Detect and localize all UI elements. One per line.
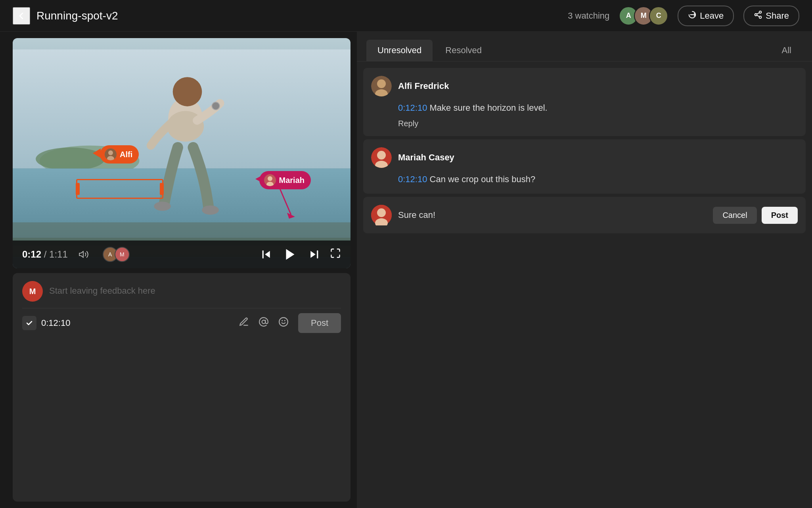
svg-point-0 [759, 11, 762, 13]
annotation-mariah: Mariah [259, 171, 311, 189]
alfi-arrow [93, 148, 105, 160]
header-right: 3 watching A M C Leave [568, 6, 799, 26]
timestamp-check: 0:12:10 [22, 316, 70, 330]
page-title: Running-spot-v2 [36, 10, 118, 22]
mariah-comment-content: Can we crop out this bush? [430, 174, 536, 184]
alfi-comment-body: 0:12:10 Make sure the horizon is level. … [398, 101, 798, 128]
reply-row: Sure can! Cancel Post [371, 205, 798, 225]
mariah-comment-body: 0:12:10 Can we crop out this bush? [398, 173, 798, 186]
selection-handle-left [76, 183, 80, 195]
volume-button[interactable] [76, 246, 92, 262]
svg-point-23 [268, 176, 272, 181]
reply-card: Sure can! Cancel Post [363, 197, 806, 233]
svg-marker-18 [93, 148, 101, 158]
svg-point-39 [377, 79, 386, 88]
play-button[interactable] [282, 246, 298, 262]
svg-point-17 [202, 206, 219, 215]
selection-handle-right [160, 183, 164, 195]
svg-point-2 [759, 16, 762, 18]
alfi-comment-timestamp[interactable]: 0:12:10 [398, 103, 427, 113]
alfi-reply-button[interactable]: Reply [398, 119, 418, 128]
selection-box [76, 179, 163, 199]
svg-point-34 [262, 320, 266, 324]
video-player[interactable]: Alfi Mariah [13, 38, 350, 268]
mariah-comment-text: 0:12:10 Can we crop out this bush? [398, 173, 798, 186]
comment-header-alfi: Alfi Fredrick [371, 76, 798, 96]
reply-text-content[interactable]: Sure can! [398, 210, 707, 220]
alfi-label: Alfi [120, 150, 132, 159]
reply-actions: Cancel Post [713, 207, 798, 224]
comment-input-area: M Start leaving feedback here 0:12:10 [13, 273, 350, 502]
control-avatar-2: M [115, 247, 130, 262]
tab-all[interactable]: All [771, 40, 802, 61]
svg-point-20 [108, 150, 113, 155]
share-button[interactable]: Share [743, 6, 799, 26]
tab-resolved[interactable]: Resolved [434, 40, 493, 61]
reply-user-avatar [371, 205, 392, 225]
watcher-avatar-3: C [649, 6, 668, 25]
main-layout: Alfi Mariah [0, 32, 812, 508]
person-icon [688, 10, 697, 21]
mariah-arrow [271, 187, 295, 219]
post-reply-button[interactable]: Post [762, 207, 798, 224]
comment-timestamp: 0:12:10 [41, 318, 70, 328]
mariah-comment-timestamp[interactable]: 0:12:10 [398, 174, 427, 184]
svg-marker-27 [255, 176, 261, 182]
comment-placeholder[interactable]: Start leaving feedback here [49, 281, 341, 296]
comment-tools: Post [239, 313, 341, 333]
comment-input-bottom: 0:12:10 [22, 308, 341, 333]
pen-tool-button[interactable] [239, 317, 249, 329]
current-time: 0:12 [22, 249, 41, 260]
alfi-avatar [371, 76, 392, 96]
comments-sidebar: Unresolved Resolved All Alfi Fredrick [357, 32, 812, 508]
comment-header-mariah: Mariah Casey [371, 147, 798, 168]
alfi-comment-content: Make sure the horizon is level. [430, 103, 548, 113]
tab-unresolved[interactable]: Unresolved [366, 40, 433, 61]
svg-marker-31 [286, 249, 295, 260]
back-button[interactable] [13, 7, 30, 25]
svg-point-1 [755, 13, 757, 16]
tab-bar: Unresolved Resolved All [357, 32, 812, 62]
comment-card-alfi: Alfi Fredrick 0:12:10 Make sure the hori… [363, 68, 806, 136]
svg-point-13 [173, 77, 202, 106]
svg-line-4 [757, 12, 759, 14]
alfi-comment-text: 0:12:10 Make sure the horizon is level. [398, 101, 798, 114]
fullscreen-button[interactable] [330, 248, 341, 262]
comment-user-avatar: M [22, 281, 43, 302]
svg-marker-32 [310, 251, 316, 258]
control-avatars: A M [103, 247, 130, 262]
mariah-pointer [255, 176, 263, 184]
post-button[interactable]: Post [298, 313, 341, 333]
watching-count: 3 watching [568, 11, 609, 21]
cancel-reply-button[interactable]: Cancel [713, 207, 756, 224]
mariah-label: Mariah [279, 176, 304, 185]
time-display: 0:12 / 1:11 [22, 249, 68, 260]
svg-marker-28 [79, 251, 83, 257]
svg-marker-29 [265, 251, 270, 258]
emoji-button[interactable] [278, 317, 289, 329]
timestamp-checkbox[interactable] [22, 316, 36, 330]
alfi-bubble-avatar [105, 148, 117, 160]
svg-point-45 [377, 208, 386, 217]
comment-input-top: M Start leaving feedback here [22, 281, 341, 302]
mention-button[interactable] [259, 317, 269, 329]
time-separator: / [41, 249, 49, 260]
skip-forward-button[interactable] [306, 246, 322, 262]
svg-line-25 [279, 187, 291, 215]
skip-back-button[interactable] [259, 246, 274, 262]
share-icon [754, 10, 762, 21]
svg-point-42 [377, 151, 386, 160]
svg-line-3 [757, 15, 759, 17]
alfi-bubble: Alfi [100, 145, 139, 164]
header: Running-spot-v2 3 watching A M C Leave [0, 0, 812, 32]
leave-label: Leave [700, 11, 724, 21]
leave-button[interactable]: Leave [678, 6, 734, 26]
video-section: Alfi Mariah [0, 32, 357, 508]
video-background [13, 38, 350, 268]
annotation-alfi: Alfi [100, 145, 139, 164]
svg-point-35 [279, 318, 288, 326]
watcher-avatars: A M C [619, 6, 668, 25]
share-label: Share [766, 11, 789, 21]
svg-point-16 [154, 202, 171, 211]
alfi-username: Alfi Fredrick [398, 81, 449, 91]
